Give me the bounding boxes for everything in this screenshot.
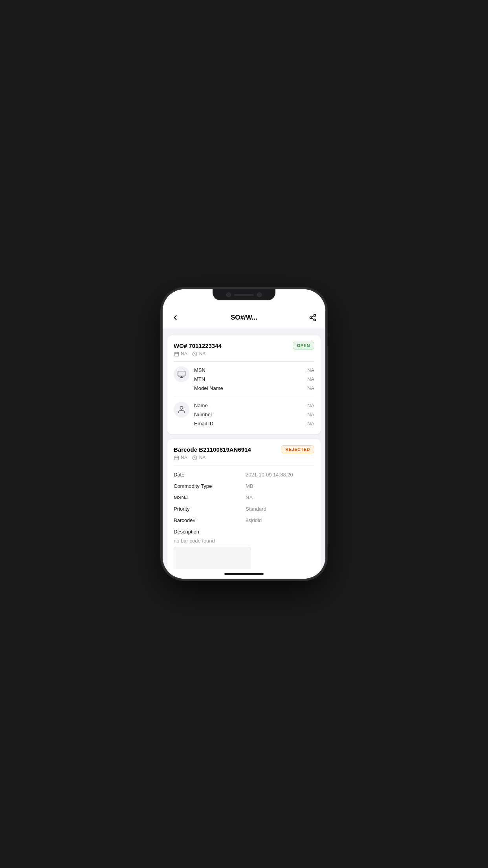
back-button[interactable] xyxy=(169,311,182,324)
device-info-rows: MSN NA MTN NA Model Name NA xyxy=(194,366,314,393)
barcode-detail-rows: Date 2021-10-09 14:38:20 Commodity Type … xyxy=(174,469,314,569)
detail-priority-row: Priority Standard xyxy=(174,504,314,514)
svg-line-4 xyxy=(312,316,314,317)
card1-meta: NA NA xyxy=(174,351,314,357)
detail-priority-value: Standard xyxy=(242,506,314,512)
app-header: SO#/W... xyxy=(163,307,325,329)
device-info-section: MSN NA MTN NA Model Name NA xyxy=(174,366,314,393)
customer-info-section: Name NA Number NA Email ID NA xyxy=(174,401,314,428)
detail-description-label-row: Description xyxy=(174,526,314,537)
card2-meta: NA NA xyxy=(174,455,314,460)
detail-date-value: 2021-10-09 14:38:20 xyxy=(242,472,314,478)
page-title: SO#/W... xyxy=(231,314,257,322)
detail-barcode-label: Barcode# xyxy=(174,517,242,523)
card1-title-value: 7011223344 xyxy=(189,342,221,349)
email-label: Email ID xyxy=(194,421,213,427)
name-row: Name NA xyxy=(194,401,314,410)
calendar-icon xyxy=(174,351,179,357)
model-label: Model Name xyxy=(194,385,223,391)
detail-priority-label: Priority xyxy=(174,506,242,512)
detail-date-row: Date 2021-10-09 14:38:20 xyxy=(174,469,314,480)
home-bar xyxy=(224,573,264,575)
svg-rect-5 xyxy=(174,352,178,356)
barcode-card: Barcode B21100819AN6914 REJECTED xyxy=(167,439,321,569)
card2-status-badge: REJECTED xyxy=(281,445,314,453)
card2-title: Barcode B21100819AN6914 xyxy=(174,446,251,453)
email-value: NA xyxy=(307,421,314,427)
number-label: Number xyxy=(194,412,212,417)
model-row: Model Name NA xyxy=(194,384,314,393)
card2-date-meta: NA xyxy=(174,455,187,460)
email-row: Email ID NA xyxy=(194,419,314,428)
card2-date-value: NA xyxy=(181,455,187,460)
card1-status-badge: OPEN xyxy=(293,342,314,349)
card1-time-meta: NA xyxy=(192,351,206,357)
detail-commodity-value: MB xyxy=(242,483,314,489)
card2-time-value: NA xyxy=(199,455,206,460)
name-label: Name xyxy=(194,403,208,408)
customer-icon-wrap xyxy=(174,402,189,417)
clock-icon xyxy=(192,351,198,357)
mtn-label: MTN xyxy=(194,376,205,382)
detail-msn-value: NA xyxy=(242,495,314,500)
card1-header: WO# 7011223344 OPEN xyxy=(174,342,314,349)
detail-date-label: Date xyxy=(174,472,242,478)
home-indicator xyxy=(163,569,325,579)
divider-3 xyxy=(174,465,314,465)
detail-description-text: no bar code found xyxy=(174,538,314,569)
svg-point-13 xyxy=(180,406,183,409)
card1-title: WO# 7011223344 xyxy=(174,342,222,349)
calendar-icon-2 xyxy=(174,455,179,460)
detail-description-label: Description xyxy=(174,529,314,535)
svg-rect-14 xyxy=(174,456,178,460)
msn-label: MSN xyxy=(194,367,205,373)
device-icon-wrap xyxy=(174,366,189,382)
card1-time-value: NA xyxy=(199,351,206,357)
card2-header: Barcode B21100819AN6914 REJECTED xyxy=(174,445,314,453)
description-image-placeholder xyxy=(174,547,251,569)
svg-line-3 xyxy=(312,318,314,319)
number-row: Number NA xyxy=(194,410,314,419)
card1-date-meta: NA xyxy=(174,351,187,357)
card2-time-meta: NA xyxy=(192,455,206,460)
card2-title-value: B21100819AN6914 xyxy=(199,446,251,453)
mtn-row: MTN NA xyxy=(194,375,314,384)
content-area: WO# 7011223344 OPEN xyxy=(163,329,325,569)
number-value: NA xyxy=(307,412,314,417)
model-value: NA xyxy=(307,385,314,391)
card1-title-prefix: WO# xyxy=(174,342,187,349)
clock-icon-2 xyxy=(192,455,198,460)
description-text: no bar code found xyxy=(174,538,314,544)
detail-commodity-label: Commodity Type xyxy=(174,483,242,489)
divider-2 xyxy=(174,397,314,397)
msn-row: MSN NA xyxy=(194,366,314,375)
detail-commodity-row: Commodity Type MB xyxy=(174,481,314,491)
detail-msn-row: MSN# NA xyxy=(174,492,314,503)
card1-date-value: NA xyxy=(181,351,187,357)
name-value: NA xyxy=(307,403,314,408)
divider-1 xyxy=(174,361,314,362)
svg-rect-10 xyxy=(178,371,185,376)
detail-barcode-value: 8sjddid xyxy=(242,517,314,523)
detail-msn-label: MSN# xyxy=(174,495,242,500)
card2-title-prefix: Barcode xyxy=(174,446,197,453)
customer-info-rows: Name NA Number NA Email ID NA xyxy=(194,401,314,428)
msn-value: NA xyxy=(307,367,314,373)
work-order-card: WO# 7011223344 OPEN xyxy=(167,335,321,434)
share-button[interactable] xyxy=(306,311,319,324)
detail-barcode-row: Barcode# 8sjddid xyxy=(174,515,314,526)
mtn-value: NA xyxy=(307,376,314,382)
